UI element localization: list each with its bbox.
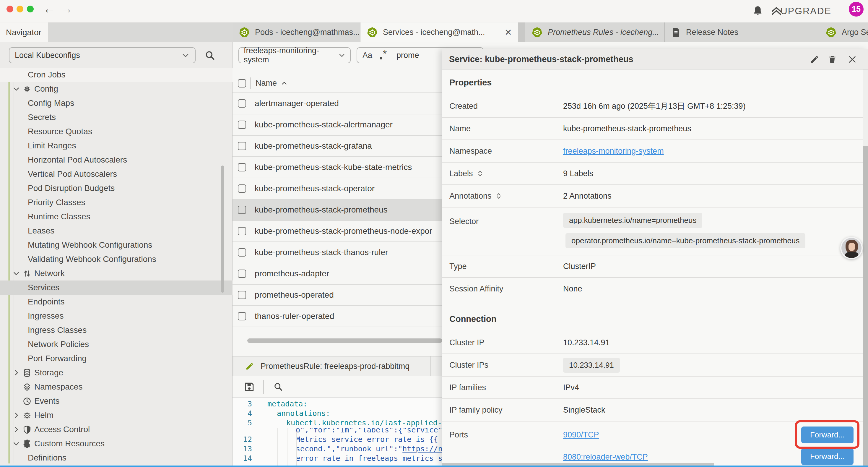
sidebar-item-validating-webhook-configurations[interactable]: Validating Webhook Configurations	[0, 252, 232, 266]
row-checkbox[interactable]	[238, 99, 246, 108]
edit-pencil-icon[interactable]	[810, 55, 819, 64]
match-case-toggle[interactable]: Aa	[363, 51, 372, 60]
sidebar-search-icon[interactable]	[205, 50, 216, 61]
notifications-badge[interactable]: 15	[849, 2, 864, 17]
row-checkbox[interactable]	[238, 227, 246, 235]
sidebar-item-port-forwarding[interactable]: Port Forwarding	[0, 351, 232, 366]
port-link-8080[interactable]: 8080:reloader-web/TCP	[563, 453, 648, 462]
navigator-title: Navigator	[6, 28, 41, 37]
chevron-down-icon[interactable]	[12, 85, 20, 93]
sidebar-item-network-policies[interactable]: Network Policies	[0, 337, 232, 351]
back-arrow-icon[interactable]: ←	[43, 2, 56, 16]
row-value[interactable]: 2 Annotations	[563, 192, 612, 201]
sidebar-item-storage[interactable]: Storage	[0, 366, 232, 380]
tab-navigator[interactable]: Navigator	[0, 23, 48, 42]
sidebar-scrollbar[interactable]	[221, 166, 224, 293]
close-icon[interactable]	[848, 55, 857, 64]
tab-services[interactable]: Services - icecheng@math... ✕	[361, 23, 518, 42]
selector-chip[interactable]: app.kubernetes.io/name=prometheus	[563, 213, 702, 228]
search-input[interactable]: prome	[397, 51, 419, 60]
table-horizontal-scrollbar[interactable]	[247, 339, 442, 343]
regex-toggle-icon[interactable]: *	[379, 50, 390, 60]
sidebar-item-definitions[interactable]: Definitions	[0, 451, 232, 465]
save-icon[interactable]	[244, 381, 255, 392]
tab-label: Prometheus Rules - icecheng...	[548, 28, 659, 37]
row-checkbox[interactable]	[238, 291, 246, 299]
sidebar-item-config-maps[interactable]: Config Maps	[0, 96, 232, 110]
sidebar-item-ingress-classes[interactable]: Ingress Classes	[0, 323, 232, 337]
sidebar-item-custom-resources[interactable]: Custom Resources	[0, 437, 232, 451]
traffic-light-close[interactable]	[6, 6, 13, 12]
sidebar-item-access-control[interactable]: Access Control	[0, 422, 232, 437]
detail-scrollbar-track[interactable]	[863, 69, 868, 467]
bell-icon[interactable]	[752, 5, 764, 17]
expand-updown-icon[interactable]	[495, 193, 502, 200]
sort-ascending-icon[interactable]	[281, 80, 287, 87]
sidebar-item-cron-jobs[interactable]: Cron Jobs	[0, 68, 232, 82]
traffic-light-minimize[interactable]	[17, 6, 23, 12]
expand-updown-icon[interactable]	[476, 170, 484, 177]
tab-prometheus-rules[interactable]: Prometheus Rules - icecheng...	[525, 23, 665, 42]
row-checkbox[interactable]	[238, 312, 246, 320]
traffic-light-zoom[interactable]	[27, 6, 34, 12]
editor-tab-prometheusrule[interactable]: PrometheusRule: freeleaps-prod-rabbitmq	[234, 356, 430, 376]
detail-scrollbar-thumb[interactable]	[863, 146, 868, 466]
row-checkbox[interactable]	[238, 206, 246, 214]
chevron-down-icon	[338, 52, 345, 59]
chevron-down-icon[interactable]	[12, 269, 20, 277]
row-checkbox[interactable]	[238, 269, 246, 278]
row-checkbox[interactable]	[238, 248, 246, 257]
tab-pods[interactable]: Pods - icecheng@mathmas...	[232, 23, 361, 42]
delete-trash-icon[interactable]	[828, 55, 837, 64]
sidebar-item-services[interactable]: Services	[0, 281, 232, 295]
cluster-ip-chip[interactable]: 10.233.14.91	[563, 358, 620, 373]
namespace-link[interactable]: freeleaps-monitoring-system	[563, 147, 664, 156]
kubeconfig-select[interactable]: Local Kubeconfigs	[9, 47, 195, 63]
forward-button-8080[interactable]: Forward...	[801, 448, 854, 465]
port-link-9090[interactable]: 9090/TCP	[563, 430, 648, 439]
column-header-name[interactable]: Name	[255, 79, 277, 88]
chevron-right-icon[interactable]	[12, 426, 20, 433]
select-all-checkbox[interactable]	[238, 79, 246, 87]
tab-argo[interactable]: Argo Se	[819, 23, 868, 42]
sidebar-item-network[interactable]: Network	[0, 266, 232, 281]
detail-row-name: Name kube-prometheus-stack-prometheus	[442, 118, 868, 140]
row-checkbox[interactable]	[238, 142, 246, 150]
sidebar-item-label: Secrets	[0, 113, 56, 122]
sidebar-item-secrets[interactable]: Secrets	[0, 110, 232, 124]
sidebar-item-leases[interactable]: Leases	[0, 224, 232, 238]
sidebar-item-endpoints[interactable]: Endpoints	[0, 295, 232, 309]
chevron-right-icon[interactable]	[12, 411, 20, 419]
sidebar-item-vertical-pod-autoscalers[interactable]: Vertical Pod Autoscalers	[0, 167, 232, 181]
sidebar-item-pod-disruption-budgets[interactable]: Pod Disruption Budgets	[0, 181, 232, 195]
tab-close-icon[interactable]: ✕	[500, 27, 512, 37]
sidebar-item-limit-ranges[interactable]: Limit Ranges	[0, 139, 232, 153]
sidebar-item-events[interactable]: Events	[0, 394, 232, 408]
kubernetes-icon	[531, 27, 543, 38]
tab-release-notes[interactable]: Release Notes	[665, 23, 819, 42]
detail-row-type: Type ClusterIP	[442, 255, 868, 278]
sidebar-item-config[interactable]: Config	[0, 82, 232, 96]
sidebar-item-priority-classes[interactable]: Priority Classes	[0, 195, 232, 209]
row-checkbox[interactable]	[238, 121, 246, 129]
sidebar-item-label: Network	[0, 269, 65, 278]
gear-icon	[23, 85, 32, 94]
sidebar-item-horizontal-pod-autoscalers[interactable]: Horizontal Pod Autoscalers	[0, 153, 232, 167]
sidebar-item-namespaces[interactable]: Namespaces	[0, 380, 232, 394]
sidebar-item-runtime-classes[interactable]: Runtime Classes	[0, 209, 232, 224]
sidebar-item-resource-quotas[interactable]: Resource Quotas	[0, 124, 232, 139]
user-avatar[interactable]	[840, 237, 863, 259]
namespace-select[interactable]: freeleaps-monitoring-system	[239, 47, 351, 63]
upgrade-label[interactable]: UPGRADE	[780, 6, 831, 17]
chevron-down-icon[interactable]	[12, 440, 20, 447]
sidebar-item-helm[interactable]: Helm	[0, 408, 232, 422]
row-value[interactable]: 9 Labels	[563, 169, 593, 178]
selector-chip[interactable]: operator.prometheus.io/name=kube-prometh…	[565, 233, 805, 248]
forward-arrow-icon[interactable]: →	[60, 2, 73, 16]
sidebar-item-ingresses[interactable]: Ingresses	[0, 309, 232, 323]
row-checkbox[interactable]	[238, 184, 246, 193]
chevron-right-icon[interactable]	[12, 369, 20, 377]
sidebar-item-mutating-webhook-configurations[interactable]: Mutating Webhook Configurations	[0, 238, 232, 252]
editor-search-icon[interactable]	[273, 382, 283, 392]
row-checkbox[interactable]	[238, 163, 246, 171]
